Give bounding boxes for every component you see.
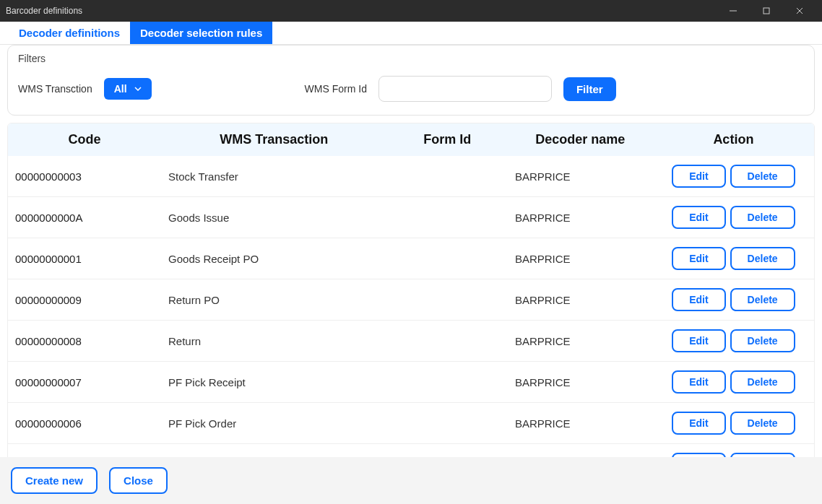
col-action: Action bbox=[653, 123, 814, 156]
footer: Create new Close bbox=[0, 457, 822, 504]
table-wrap: Code WMS Transaction Form Id Decoder nam… bbox=[7, 123, 815, 457]
delete-button[interactable]: Delete bbox=[730, 288, 795, 311]
chevron-down-icon bbox=[134, 87, 142, 91]
cell-code: 00000000003 bbox=[8, 156, 161, 197]
cell-decoder: BARPRICE bbox=[508, 197, 653, 238]
cell-action: EditDelete bbox=[653, 403, 814, 444]
cell-action: EditDelete bbox=[653, 238, 814, 279]
wms-formid-label: WMS Form Id bbox=[305, 83, 367, 95]
wms-transaction-dropdown[interactable]: All bbox=[104, 78, 152, 100]
col-code: Code bbox=[8, 123, 161, 156]
cell-code: 00000000006 bbox=[8, 403, 161, 444]
cell-transaction: PF Pick Receipt bbox=[161, 362, 386, 403]
table-row: 00000000009Return POBARPRICEEditDelete bbox=[8, 279, 814, 321]
filter-button[interactable]: Filter bbox=[563, 77, 616, 101]
filters-panel: Filters WMS Transction All WMS Form Id F… bbox=[7, 45, 815, 116]
maximize-icon bbox=[763, 7, 770, 14]
edit-button[interactable]: Edit bbox=[672, 412, 725, 435]
cell-decoder: BARPRICE bbox=[508, 362, 653, 403]
cell-transaction: Goods Receipt PO bbox=[161, 238, 386, 279]
cell-formid bbox=[387, 279, 508, 321]
cell-transaction: Return bbox=[161, 321, 386, 362]
cell-decoder: BARPRICE bbox=[508, 279, 653, 321]
table-row: 00000000007PF Pick ReceiptBARPRICEEditDe… bbox=[8, 362, 814, 403]
cell-code: 00000000008 bbox=[8, 321, 161, 362]
wms-transaction-label: WMS Transction bbox=[18, 83, 92, 95]
cell-code: 00000000001 bbox=[8, 238, 161, 279]
filters-title: Filters bbox=[18, 53, 804, 64]
table-header-row: Code WMS Transaction Form Id Decoder nam… bbox=[8, 123, 814, 156]
minimize-icon bbox=[730, 7, 737, 14]
cell-code: 0000000000A bbox=[8, 197, 161, 238]
delete-button[interactable]: Delete bbox=[730, 412, 795, 435]
cell-action: EditDelete bbox=[653, 156, 814, 197]
edit-button[interactable]: Edit bbox=[672, 206, 725, 229]
tab-decoder-definitions[interactable]: Decoder definitions bbox=[9, 22, 130, 44]
cell-action: EditDelete bbox=[653, 279, 814, 321]
cell-formid bbox=[387, 362, 508, 403]
window-controls bbox=[717, 0, 816, 22]
cell-action: EditDelete bbox=[653, 197, 814, 238]
col-formid: Form Id bbox=[387, 123, 508, 156]
cell-action: EditDelete bbox=[653, 362, 814, 403]
cell-formid bbox=[387, 238, 508, 279]
delete-button[interactable]: Delete bbox=[730, 165, 795, 188]
cell-formid bbox=[387, 403, 508, 444]
close-icon bbox=[796, 7, 803, 14]
window-title: Barcoder definitions bbox=[6, 6, 717, 16]
create-new-button[interactable]: Create new bbox=[11, 467, 98, 494]
svg-rect-1 bbox=[763, 8, 769, 14]
table-scroll: Code WMS Transaction Form Id Decoder nam… bbox=[7, 123, 815, 504]
cell-code: 00000000009 bbox=[8, 279, 161, 321]
table-row: 00000000008ReturnBARPRICEEditDelete bbox=[8, 321, 814, 362]
close-window-button[interactable] bbox=[783, 0, 816, 22]
col-transaction: WMS Transaction bbox=[161, 123, 386, 156]
delete-button[interactable]: Delete bbox=[730, 247, 795, 270]
cell-transaction: PF Pick Order bbox=[161, 403, 386, 444]
cell-code: 00000000007 bbox=[8, 362, 161, 403]
minimize-button[interactable] bbox=[717, 0, 750, 22]
wms-transaction-value: All bbox=[114, 83, 127, 95]
cell-action: EditDelete bbox=[653, 321, 814, 362]
delete-button[interactable]: Delete bbox=[730, 370, 795, 394]
close-button[interactable]: Close bbox=[109, 467, 168, 494]
cell-transaction: Goods Issue bbox=[161, 197, 386, 238]
cell-decoder: BARPRICE bbox=[508, 321, 653, 362]
filters-row: WMS Transction All WMS Form Id Filter bbox=[18, 76, 804, 102]
cell-formid bbox=[387, 321, 508, 362]
cell-formid bbox=[387, 156, 508, 197]
content-area: Decoder definitions Decoder selection ru… bbox=[0, 22, 822, 504]
maximize-button[interactable] bbox=[750, 0, 783, 22]
rules-table: Code WMS Transaction Form Id Decoder nam… bbox=[8, 123, 814, 504]
cell-transaction: Return PO bbox=[161, 279, 386, 321]
table-row: 00000000006PF Pick OrderBARPRICEEditDele… bbox=[8, 403, 814, 444]
cell-transaction: Stock Transfer bbox=[161, 156, 386, 197]
delete-button[interactable]: Delete bbox=[730, 206, 795, 229]
cell-decoder: BARPRICE bbox=[508, 238, 653, 279]
cell-decoder: BARPRICE bbox=[508, 156, 653, 197]
delete-button[interactable]: Delete bbox=[730, 329, 795, 352]
table-row: 0000000000AGoods IssueBARPRICEEditDelete bbox=[8, 197, 814, 238]
table-row: 00000000003Stock TransferBARPRICEEditDel… bbox=[8, 156, 814, 197]
edit-button[interactable]: Edit bbox=[672, 370, 725, 394]
wms-formid-input[interactable] bbox=[378, 76, 552, 102]
table-row: 00000000001Goods Receipt POBARPRICEEditD… bbox=[8, 238, 814, 279]
edit-button[interactable]: Edit bbox=[672, 329, 725, 352]
edit-button[interactable]: Edit bbox=[672, 165, 725, 188]
tabbar: Decoder definitions Decoder selection ru… bbox=[0, 22, 822, 45]
titlebar: Barcoder definitions bbox=[0, 0, 822, 22]
edit-button[interactable]: Edit bbox=[672, 247, 725, 270]
edit-button[interactable]: Edit bbox=[672, 288, 725, 311]
tab-decoder-selection-rules[interactable]: Decoder selection rules bbox=[130, 22, 272, 44]
cell-decoder: BARPRICE bbox=[508, 403, 653, 444]
cell-formid bbox=[387, 197, 508, 238]
col-decoder: Decoder name bbox=[508, 123, 653, 156]
